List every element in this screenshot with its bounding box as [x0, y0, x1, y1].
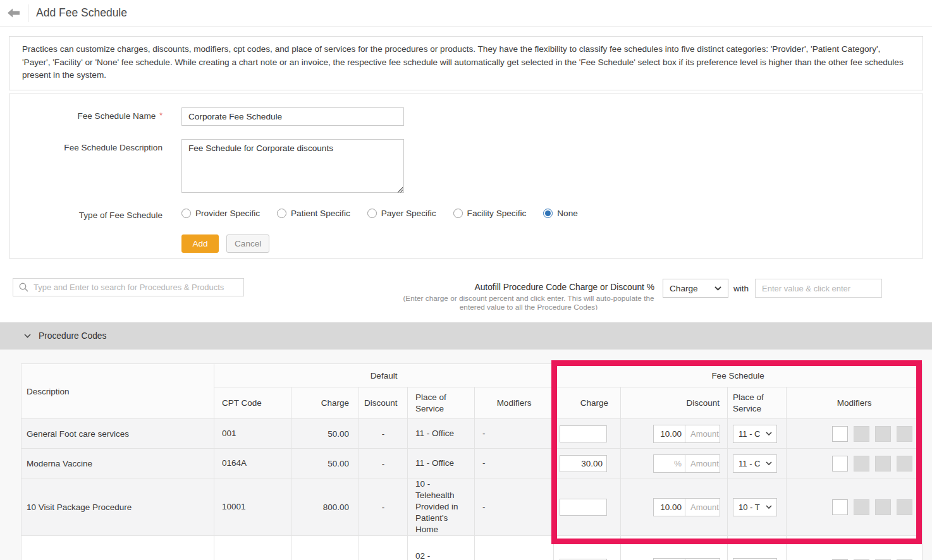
cell-place-of-service: 11 - Office [408, 419, 475, 449]
column-header-cpt-code: CPT Code [214, 387, 291, 419]
fs-modifier-group [787, 426, 912, 442]
fs-charge-input[interactable] [560, 455, 607, 472]
fs-discount-input[interactable] [654, 455, 685, 472]
autofill-value-input[interactable] [755, 279, 882, 298]
cell-fs-modifiers [787, 449, 923, 478]
group-header-default: Default [214, 364, 554, 387]
radio-label: Payer Specific [381, 209, 436, 218]
collapse-chevron-icon[interactable] [24, 334, 31, 338]
cell-description: Moderna Vaccine [21, 449, 214, 478]
table-row: 02 - Telehealth Provided Amount [21, 536, 923, 560]
fs-discount-unit[interactable]: Amount [685, 499, 720, 516]
cell-charge: 800.00 [291, 478, 359, 536]
cell-fs-place-of-service: 11 - C [728, 419, 787, 449]
column-header-fs-modifiers: Modifiers [787, 387, 923, 419]
fee-schedule-type-options: Provider Specific Patient Specific Payer… [181, 209, 578, 218]
fs-modifier-input-1[interactable] [832, 456, 848, 472]
cancel-button[interactable]: Cancel [226, 234, 269, 253]
fs-modifier-group [787, 456, 912, 472]
fs-modifier-group [787, 499, 912, 515]
cell-place-of-service: 11 - Office [408, 449, 475, 478]
fs-pos-value: 11 - C [739, 429, 760, 439]
cell-discount: - [359, 419, 408, 449]
autofill-hint: (Enter charge or discount percent and cl… [403, 295, 654, 310]
fs-modifier-input-1[interactable] [832, 499, 848, 515]
fs-discount-combo: Amount [653, 425, 720, 443]
fs-discount-unit[interactable]: Amount [685, 455, 720, 472]
column-header-fs-discount: Discount [621, 387, 728, 419]
radio-icon[interactable] [453, 209, 463, 218]
chevron-down-icon [766, 432, 772, 435]
fs-discount-input[interactable] [654, 499, 685, 516]
cell-modifiers: - [475, 449, 554, 478]
back-button[interactable] [8, 8, 20, 18]
radio-icon[interactable] [277, 209, 286, 218]
radio-icon[interactable] [367, 209, 377, 218]
cell-fs-discount: Amount [621, 478, 728, 536]
radio-label: Facility Specific [467, 209, 527, 218]
autofill-mode-value: Charge [670, 284, 698, 293]
cell-fs-place-of-service: 10 - T [728, 478, 787, 536]
cell-cpt-code: 0164A [214, 449, 291, 478]
fee-schedule-description-input[interactable]: Fee Schedule for Corporate discounts [181, 139, 404, 193]
fs-pos-select[interactable]: 11 - C [733, 454, 777, 473]
cell-fs-discount: Amount [621, 419, 728, 449]
fee-schedule-name-input[interactable] [181, 107, 404, 126]
with-label: with [733, 284, 749, 293]
group-header-fee-schedule: Fee Schedule [554, 364, 923, 387]
autofill-label: Autofill Procedure Code Charge or Discou… [474, 283, 654, 292]
fs-modifier-box-3 [875, 426, 891, 442]
fs-discount-input[interactable] [654, 425, 685, 442]
top-bar: Add Fee Schedule [0, 0, 932, 27]
autofill-mode-select[interactable]: Charge [663, 279, 728, 298]
table-row: General Foot care services 001 50.00 - 1… [21, 419, 923, 449]
cell-fs-charge [554, 449, 621, 478]
cell-modifiers: - [475, 478, 554, 536]
fee-schedule-description-label: Fee Schedule Description [9, 143, 162, 152]
radio-provider-specific[interactable]: Provider Specific [181, 209, 260, 218]
radio-facility-specific[interactable]: Facility Specific [453, 209, 527, 218]
column-header-discount: Discount [359, 387, 408, 419]
cell-fs-discount: Amount [621, 536, 728, 560]
fs-charge-input[interactable] [560, 499, 607, 516]
column-header-charge: Charge [291, 387, 359, 419]
cell-fs-place-of-service: 11 - C [728, 449, 787, 478]
radio-icon[interactable] [543, 209, 553, 218]
cell-fs-discount: Amount [621, 449, 728, 478]
cell-charge: 50.00 [291, 449, 359, 478]
radio-icon[interactable] [181, 209, 191, 218]
fs-pos-select[interactable]: 11 - C [733, 425, 777, 443]
cell-cpt-code [214, 536, 291, 560]
fs-discount-unit[interactable]: Amount [685, 425, 720, 442]
radio-patient-specific[interactable]: Patient Specific [277, 209, 350, 218]
radio-label: None [557, 209, 578, 218]
cell-description: 10 Visit Package Procedure [21, 478, 214, 536]
cell-charge [291, 536, 359, 560]
radio-label: Provider Specific [195, 209, 260, 218]
fs-pos-select[interactable]: 10 - T [733, 498, 777, 516]
chevron-down-icon [766, 461, 772, 465]
fs-modifier-box-2 [854, 499, 869, 515]
radio-label: Patient Specific [291, 209, 350, 218]
cell-description: General Foot care services [21, 419, 214, 449]
radio-payer-specific[interactable]: Payer Specific [367, 209, 436, 218]
page-title: Add Fee Schedule [36, 6, 127, 20]
cell-discount: - [359, 478, 408, 536]
cell-fs-charge [554, 478, 621, 536]
required-asterisk: * [159, 111, 162, 120]
search-input[interactable] [13, 278, 244, 296]
table-row: Moderna Vaccine 0164A 50.00 - 11 - Offic… [21, 449, 923, 478]
type-of-fee-schedule-label: Type of Fee Schedule [9, 210, 162, 220]
add-button[interactable]: Add [181, 234, 219, 253]
form-actions: Add Cancel [181, 234, 269, 253]
fs-charge-input[interactable] [560, 425, 607, 442]
procedure-codes-table: Description Default Fee Schedule CPT Cod… [21, 363, 923, 560]
fs-modifier-input-1[interactable] [832, 426, 848, 442]
chevron-down-icon [766, 505, 772, 509]
radio-none[interactable]: None [543, 209, 578, 218]
section-title: Procedure Codes [39, 331, 106, 341]
column-header-place-of-service: Place of Service [408, 387, 475, 419]
cell-cpt-code: 10001 [214, 478, 291, 536]
procedure-codes-header[interactable]: Procedure Codes [0, 322, 932, 350]
cell-discount [359, 536, 408, 560]
